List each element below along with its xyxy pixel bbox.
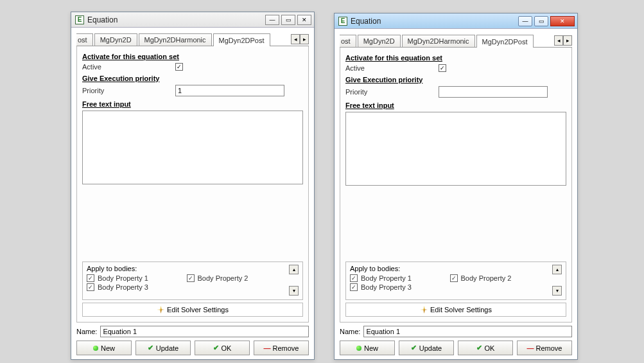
- remove-button[interactable]: —Remove: [254, 341, 309, 355]
- ok-button[interactable]: ✔OK: [458, 341, 513, 355]
- client-area: ost MgDyn2D MgDyn2DHarmonic MgDyn2DPost …: [71, 28, 314, 359]
- apply-bodies-frame: Apply to bodies: ✓Body Property 1 ✓Body …: [82, 261, 303, 300]
- body-property-2[interactable]: ✓Body Property 2: [187, 274, 287, 282]
- name-row: Name:: [340, 326, 572, 337]
- client-area: ost MgDyn2D MgDyn2DHarmonic MgDyn2DPost …: [335, 29, 577, 359]
- equation-window-right: E Equation — ▭ ✕ ost MgDyn2D MgDyn2DHarm…: [334, 13, 578, 360]
- tabstrip: ost MgDyn2D MgDyn2DHarmonic MgDyn2DPost …: [76, 33, 309, 46]
- update-button[interactable]: ✔Update: [399, 341, 454, 355]
- priority-input[interactable]: [175, 85, 284, 96]
- freetext-input[interactable]: [345, 112, 566, 186]
- section-priority: Give Execution priority: [345, 76, 566, 84]
- body-property-1[interactable]: ✓Body Property 1: [350, 274, 450, 282]
- name-label: Name:: [340, 328, 360, 335]
- tab-mgdyn2dharmonic[interactable]: MgDyn2DHarmonic: [139, 33, 212, 46]
- button-row: New ✔Update ✔OK —Remove: [340, 341, 572, 355]
- tab-mgdyn2dharmonic[interactable]: MgDyn2DHarmonic: [402, 35, 475, 47]
- dot-icon: [356, 346, 361, 351]
- minimize-button[interactable]: —: [518, 16, 532, 26]
- minus-icon: —: [264, 344, 270, 352]
- maximize-button[interactable]: ▭: [281, 15, 295, 25]
- button-row: New ✔Update ✔OK —Remove: [76, 341, 309, 355]
- new-button[interactable]: New: [76, 341, 132, 355]
- bodies-scroll-up[interactable]: ▴: [289, 265, 299, 274]
- tab-mgdyn2dpost[interactable]: MgDyn2DPost: [476, 35, 534, 48]
- bodies-scroll-down[interactable]: ▾: [289, 286, 299, 296]
- tab-scroll-left[interactable]: ◂: [291, 34, 300, 44]
- tab-partial-left[interactable]: ost: [76, 33, 93, 46]
- name-label: Name:: [76, 328, 97, 335]
- priority-label: Priority: [345, 88, 439, 96]
- check-icon: ✔: [411, 344, 417, 352]
- section-freetext: Free text input: [82, 100, 303, 108]
- priority-input[interactable]: [439, 86, 548, 98]
- apply-title: Apply to bodies:: [350, 265, 550, 272]
- tab-mgdyn2d[interactable]: MgDyn2D: [358, 35, 401, 47]
- window-title: Equation: [87, 15, 117, 24]
- apply-title: Apply to bodies:: [87, 265, 286, 272]
- name-input[interactable]: [100, 326, 309, 337]
- section-activate: Activate for this equation set: [345, 54, 566, 62]
- tab-scroll-right[interactable]: ▸: [300, 34, 309, 44]
- app-icon: E: [75, 15, 84, 24]
- edit-solver-settings-button[interactable]: Edit Solver Settings: [82, 303, 303, 317]
- remove-button[interactable]: —Remove: [517, 341, 572, 355]
- name-row: Name:: [76, 326, 309, 337]
- window-title: Equation: [351, 17, 381, 26]
- tab-content: Activate for this equation set Active ✓ …: [340, 48, 572, 323]
- bodies-scroll-up[interactable]: ▴: [552, 265, 562, 274]
- active-label: Active: [82, 63, 175, 71]
- tab-scroll-left[interactable]: ◂: [554, 35, 563, 46]
- close-button[interactable]: ✕: [297, 15, 311, 25]
- close-button[interactable]: ✕: [550, 16, 575, 26]
- tabstrip: ost MgDyn2D MgDyn2DHarmonic MgDyn2DPost …: [340, 34, 572, 48]
- ok-button[interactable]: ✔OK: [195, 341, 250, 355]
- apply-bodies-frame: Apply to bodies: ✓Body Property 1 ✓Body …: [345, 261, 566, 300]
- titlebar: E Equation — ▭ ✕: [71, 12, 314, 28]
- minimize-button[interactable]: —: [265, 15, 279, 25]
- section-priority: Give Execution priority: [82, 75, 303, 82]
- body-property-3[interactable]: ✓Body Property 3: [87, 283, 187, 291]
- section-activate: Activate for this equation set: [82, 53, 303, 60]
- tab-partial-left[interactable]: ost: [340, 35, 356, 47]
- maximize-button[interactable]: ▭: [534, 16, 548, 26]
- wand-icon: [157, 306, 164, 314]
- check-icon: ✔: [148, 344, 153, 352]
- tab-mgdyn2dpost[interactable]: MgDyn2DPost: [213, 33, 270, 46]
- dot-icon: [93, 346, 98, 351]
- tab-scroll-right[interactable]: ▸: [563, 35, 572, 46]
- minus-icon: —: [527, 344, 534, 352]
- tab-mgdyn2d[interactable]: MgDyn2D: [94, 33, 137, 46]
- edit-solver-settings-button[interactable]: Edit Solver Settings: [345, 303, 566, 317]
- check-icon: ✔: [476, 344, 482, 352]
- freetext-input[interactable]: [82, 111, 303, 184]
- wand-icon: [420, 306, 428, 314]
- new-button[interactable]: New: [340, 341, 395, 355]
- app-icon: E: [338, 17, 347, 26]
- body-property-3[interactable]: ✓Body Property 3: [350, 283, 450, 291]
- priority-label: Priority: [82, 87, 175, 94]
- name-input[interactable]: [363, 326, 572, 337]
- update-button[interactable]: ✔Update: [135, 341, 191, 355]
- active-checkbox[interactable]: ✓: [175, 63, 183, 71]
- section-freetext: Free text input: [345, 102, 566, 109]
- tab-content: Activate for this equation set Active ✓ …: [76, 46, 309, 323]
- bodies-scroll-down[interactable]: ▾: [552, 286, 562, 296]
- titlebar: E Equation — ▭ ✕: [335, 13, 577, 29]
- check-icon: ✔: [213, 344, 219, 352]
- equation-window-left: E Equation — ▭ ✕ ost MgDyn2D MgDyn2DHarm…: [71, 12, 315, 360]
- active-checkbox[interactable]: ✓: [439, 64, 446, 72]
- body-property-2[interactable]: ✓Body Property 2: [450, 274, 550, 282]
- body-property-1[interactable]: ✓Body Property 1: [87, 274, 187, 282]
- active-label: Active: [345, 64, 439, 72]
